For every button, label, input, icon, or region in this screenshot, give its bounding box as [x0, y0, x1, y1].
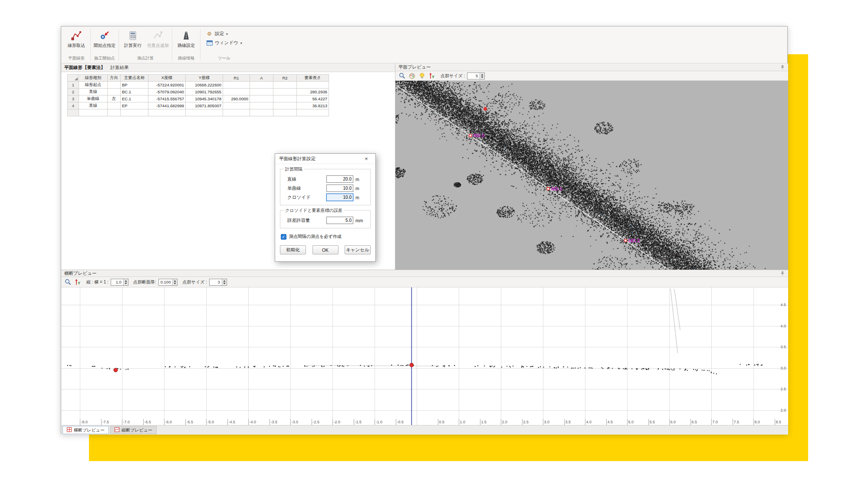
column-header[interactable]: R2 [273, 75, 297, 82]
close-icon[interactable]: × [361, 155, 372, 163]
cross-preview-tab-icon [67, 427, 72, 433]
row-number[interactable]: 3 [68, 96, 79, 102]
cancel-button[interactable]: キャンセル [345, 245, 371, 254]
start-point-button[interactable]: 開始点指定 [92, 28, 117, 49]
cross-point-size-spinner[interactable]: 3 [209, 279, 227, 286]
button-label: 計算実行 [124, 43, 141, 49]
checkbox-checked-icon[interactable] [281, 234, 286, 240]
column-header[interactable]: 線形種別 [79, 75, 108, 82]
row-number[interactable] [68, 109, 79, 116]
initialize-button[interactable]: 初期化 [280, 245, 306, 254]
spinner-buttons[interactable] [172, 279, 177, 285]
spinner-buttons[interactable] [480, 73, 484, 79]
lightbulb-icon[interactable] [418, 72, 426, 80]
ribbon-group-plan-alignment: 線形取込 平面線形 [64, 27, 89, 63]
pin-icon[interactable] [780, 65, 785, 70]
column-header[interactable]: X座標 [148, 75, 186, 82]
table-cell [108, 109, 121, 116]
thickness-label: 点群断面厚: [133, 279, 156, 285]
alignment-import-button[interactable]: 線形取込 [64, 28, 89, 49]
straight-interval-input[interactable] [326, 175, 353, 183]
column-header[interactable]: Y座標 [186, 75, 223, 82]
add-point-button[interactable]: 任意点追加 [145, 28, 171, 49]
preview-tabbar: 横断プレビュー 縦断プレビュー [61, 425, 788, 435]
table-cell [273, 96, 297, 102]
calculator-icon [127, 30, 138, 41]
curve-interval-row: 単曲線 m [284, 185, 367, 192]
table-row[interactable]: 2直線BC.1-57079.09204010901.792655280.2936 [68, 89, 329, 96]
field-label: 直線 [284, 176, 326, 182]
plan-point-size-spinner[interactable]: 5 [467, 73, 485, 79]
column-header[interactable]: 主要点名称 [121, 75, 148, 82]
table-cell [108, 89, 121, 96]
tolerance-input[interactable] [326, 217, 353, 224]
table-cell: 290.0000 [223, 96, 250, 102]
zoom-select-icon[interactable] [398, 72, 406, 80]
route-settings-icon [181, 30, 192, 41]
column-header[interactable]: A [250, 75, 273, 82]
chevron-down-icon: ▾ [226, 32, 228, 36]
column-header[interactable]: R1 [223, 75, 250, 82]
palette-icon[interactable] [408, 72, 416, 80]
route-settings-button[interactable]: 路線設定 [174, 28, 199, 49]
tab-cross-preview[interactable]: 横断プレビュー [62, 426, 109, 434]
field-unit: mm [355, 218, 367, 223]
table-cell [250, 89, 273, 96]
scale-spinner[interactable]: 1.0 [111, 279, 128, 286]
button-label: 開始点指定 [94, 43, 115, 49]
table-cell: -57441.682999 [148, 102, 186, 109]
table-row[interactable]: 4直線EP-57441.68299910971.80500736.8213 [68, 102, 329, 109]
window-menu[interactable]: ウィンドウ ▾ [204, 40, 244, 46]
table-header-row: 線形種別方向主要点名称X座標Y座標R1AR2要素長さ [68, 75, 329, 82]
axis-icon[interactable]: Y [428, 72, 436, 80]
row-number[interactable]: 2 [68, 89, 79, 96]
spinner-value: 3 [210, 279, 222, 285]
ribbon-separator [200, 29, 201, 60]
field-unit: m [355, 195, 367, 200]
column-header[interactable]: 要素長さ [297, 75, 329, 82]
svg-text:Y: Y [78, 281, 80, 285]
tab-profile-preview[interactable]: 縦断プレビュー [110, 426, 157, 434]
pin-icon[interactable] [780, 271, 785, 276]
spinner-value: 5 [467, 73, 480, 79]
spinner-buttons[interactable] [222, 279, 227, 285]
curve-interval-input[interactable] [326, 185, 353, 192]
clothoid-interval-input[interactable] [326, 194, 353, 201]
table-row[interactable]: 3単曲線左EC.1-57415.55675710945.340178290.00… [68, 96, 329, 102]
axis-icon[interactable]: Y [74, 278, 82, 286]
button-label: 線形取込 [68, 43, 85, 49]
calc-run-button[interactable]: 計算実行 [120, 28, 145, 49]
table-cell: EP [121, 102, 148, 109]
column-header[interactable]: 方向 [108, 75, 121, 82]
table-cell [186, 109, 223, 116]
zoom-select-icon[interactable] [64, 278, 72, 286]
ok-button[interactable]: OK [312, 245, 339, 254]
spinner-value: 0.100 [159, 279, 173, 285]
thickness-spinner[interactable]: 0.100 [158, 279, 178, 286]
table-cell: 10901.792655 [186, 89, 223, 96]
plan-canvas[interactable] [395, 81, 788, 270]
table-cell [148, 109, 186, 116]
ribbon-group-station-calc: 計算実行 任意点追加 測点計算 [120, 27, 171, 63]
table-row[interactable]: 1線形起点BP-57224.92000110668.222600 [68, 82, 329, 89]
cross-canvas[interactable] [61, 287, 788, 425]
table-cell [297, 82, 329, 89]
ribbon-group-label: 施工開始点 [92, 55, 117, 63]
table-corner-cell[interactable] [68, 75, 79, 82]
table-row[interactable] [68, 109, 329, 116]
table-cell: -57415.556757 [148, 96, 186, 102]
calc-interval-group: 計算間隔 直線 m 単曲線 m クロソイド m [280, 169, 371, 205]
table-cell [223, 89, 250, 96]
ribbon-separator [172, 29, 172, 60]
spinner-buttons[interactable] [123, 279, 128, 285]
menu-label: 設定 [215, 31, 224, 37]
row-number[interactable]: 4 [68, 102, 79, 109]
window-icon [206, 40, 213, 46]
table-cell: 直線 [79, 102, 108, 109]
table-cell [79, 109, 108, 116]
settings-menu[interactable]: ⚙ 設定 ▾ [204, 30, 244, 37]
ribbon-group-start-point: 開始点指定 施工開始点 [92, 27, 117, 63]
alignment-import-icon [71, 30, 82, 41]
dialog-titlebar[interactable]: 平面線形計算設定 × [275, 154, 375, 164]
row-number[interactable]: 1 [68, 82, 79, 89]
